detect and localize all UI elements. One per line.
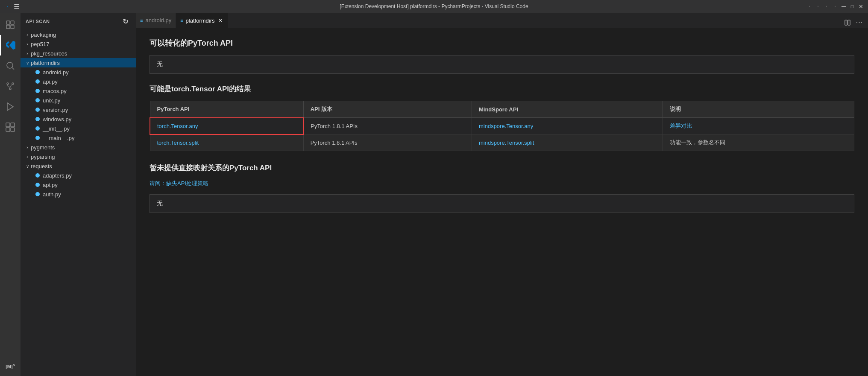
sidebar-item-macos-py[interactable]: macos.py xyxy=(21,86,136,96)
sidebar-item-platformdirs[interactable]: ∨ platformdirs xyxy=(21,58,136,67)
tab-bar: ≡ android.py ≡ platformdirs ✕ ··· xyxy=(136,13,868,28)
sidebar-item-label: pyparsing xyxy=(31,154,55,160)
activity-item-mindspore[interactable]: [M]s xyxy=(0,356,21,376)
svg-rect-20 xyxy=(11,123,15,127)
svg-point-16 xyxy=(12,83,14,85)
activity-bar: [M]s xyxy=(0,13,21,376)
sidebar-toggle-button[interactable] xyxy=(824,3,830,9)
arrow-right-icon: › xyxy=(24,42,31,47)
activity-item-extensions[interactable] xyxy=(0,117,21,137)
sidebar-item-init-py[interactable]: __init__.py xyxy=(21,124,136,133)
sidebar-item-adapters-py[interactable]: adapters.py xyxy=(21,171,136,180)
missing-api-link[interactable]: 请阅：缺失API处理策略 xyxy=(150,180,208,187)
sidebar-item-pyparsing[interactable]: › pyparsing xyxy=(21,152,136,161)
vscode-logo[interactable] xyxy=(4,3,10,9)
minimize-button[interactable]: ─ xyxy=(841,3,847,9)
th-mindspore-api: MindSpore API xyxy=(472,101,663,118)
link-torch-tensor-any[interactable]: torch.Tensor.any xyxy=(157,123,198,129)
sidebar-item-label: unix.py xyxy=(43,97,60,104)
close-button[interactable]: ✕ xyxy=(858,3,864,9)
activity-item-vscode-logo[interactable] xyxy=(0,35,21,55)
sidebar-item-android-py[interactable]: android.py xyxy=(21,67,136,77)
sidebar-item-pep517[interactable]: › pep517 xyxy=(21,39,136,49)
section3-empty-text: 无 xyxy=(157,200,163,207)
sidebar-item-requests-api-py[interactable]: api.py xyxy=(21,180,136,189)
titlebar-left: ☰ xyxy=(4,3,20,9)
sidebar-item-auth-py[interactable]: auth.py xyxy=(21,189,136,199)
svg-rect-12 xyxy=(6,25,10,29)
file-icon xyxy=(34,191,41,198)
svg-point-17 xyxy=(9,88,11,90)
sidebar-header: API SCAN ↻ xyxy=(21,13,136,30)
sidebar-item-pkg-resources[interactable]: › pkg_resources xyxy=(21,49,136,58)
tab-close-button[interactable]: ✕ xyxy=(217,17,224,24)
svg-rect-24 xyxy=(848,20,850,25)
section3-title: 暂未提供直接映射关系的PyTorch API xyxy=(150,163,854,173)
sidebar-header-actions: ↻ xyxy=(120,16,131,26)
link-torch-tensor-split[interactable]: torch.Tensor.split xyxy=(157,140,199,146)
sidebar-item-pygments[interactable]: › pygments xyxy=(21,143,136,152)
activity-item-run[interactable] xyxy=(0,96,21,117)
main-layout: [M]s API SCAN ↻ › packaging › pep517 › xyxy=(0,13,868,376)
maximize-button[interactable]: □ xyxy=(849,3,855,9)
svg-rect-23 xyxy=(845,20,847,25)
link-mindspore-tensor-split[interactable]: mindspore.Tensor.split xyxy=(479,140,534,146)
activity-item-search[interactable] xyxy=(0,55,21,76)
sidebar-item-label: auth.py xyxy=(43,191,61,198)
section1-empty-box: 无 xyxy=(150,55,854,74)
file-icon xyxy=(34,116,41,122)
window-controls: ─ □ ✕ xyxy=(806,3,864,9)
menu-button[interactable]: ☰ xyxy=(14,3,20,9)
sidebar-item-label: packaging xyxy=(31,32,56,38)
sidebar-item-label: pygments xyxy=(31,144,55,151)
sidebar: API SCAN ↻ › packaging › pep517 › pkg_re… xyxy=(21,13,136,376)
sidebar-item-label: __main__.py xyxy=(43,135,74,141)
svg-rect-22 xyxy=(11,128,15,131)
tab-platformdirs[interactable]: ≡ platformdirs ✕ xyxy=(176,13,229,28)
section1-title: 可以转化的PyTorch API xyxy=(150,38,854,48)
sidebar-item-label: api.py xyxy=(43,79,58,85)
sidebar-item-windows-py[interactable]: windows.py xyxy=(21,114,136,124)
link-mindspore-tensor-any[interactable]: mindspore.Tensor.any xyxy=(479,123,533,129)
table-cell-mindspore-api-1: mindspore.Tensor.any xyxy=(472,118,663,134)
th-description: 说明 xyxy=(663,101,854,118)
split-editor-button[interactable] xyxy=(842,17,853,28)
arrow-down-icon: ∨ xyxy=(24,61,31,65)
tab-file-icon: ≡ xyxy=(180,18,183,23)
arrow-right-icon: › xyxy=(24,154,31,159)
sidebar-item-main-py[interactable]: __main__.py xyxy=(21,133,136,143)
th-pytorch-api: PyTorch API xyxy=(150,101,303,118)
editor-area: ≡ android.py ≡ platformdirs ✕ ··· xyxy=(136,13,868,376)
sidebar-item-label: platformdirs xyxy=(31,60,60,66)
sidebar-item-api-py[interactable]: api.py xyxy=(21,77,136,86)
refresh-button[interactable]: ↻ xyxy=(120,16,131,26)
svg-rect-5 xyxy=(827,6,827,7)
sidebar-item-label: pkg_resources xyxy=(31,50,67,57)
table-header-row: PyTorch API API 版本 MindSpore API 说明 xyxy=(150,101,854,118)
sidebar-item-requests[interactable]: ∨ requests xyxy=(21,161,136,171)
tab-bar-actions: ··· xyxy=(842,17,868,28)
table-cell-pytorch-api-2: torch.Tensor.split xyxy=(150,134,303,151)
sidebar-item-version-py[interactable]: version.py xyxy=(21,105,136,114)
more-actions-button[interactable]: ··· xyxy=(854,17,865,28)
sidebar-item-unix-py[interactable]: unix.py xyxy=(21,96,136,105)
link-diff-compare-1[interactable]: 差异对比 xyxy=(670,122,692,129)
tab-label: android.py xyxy=(145,17,171,23)
svg-rect-7 xyxy=(835,6,836,6)
section1-empty-text: 无 xyxy=(157,61,163,67)
titlebar: ☰ [Extension Development Host] platformd… xyxy=(0,0,868,13)
tab-android[interactable]: ≡ android.py xyxy=(136,13,176,28)
table-cell-pytorch-api-1: torch.Tensor.any xyxy=(150,118,303,134)
svg-rect-9 xyxy=(835,6,836,7)
table-cell-description-1: 差异对比 xyxy=(663,118,854,134)
sidebar-item-packaging[interactable]: › packaging xyxy=(21,30,136,39)
table-cell-api-version-2: PyTorch 1.8.1 APIs xyxy=(303,134,472,151)
activity-item-source-control[interactable] xyxy=(0,76,21,96)
file-icon xyxy=(34,97,41,104)
activity-item-explorer[interactable] xyxy=(0,15,21,35)
layout-customize-button[interactable] xyxy=(832,3,838,9)
panel-toggle-button[interactable] xyxy=(815,3,821,9)
sidebar-item-label: macos.py xyxy=(43,88,67,94)
layout-toggle-button[interactable] xyxy=(806,3,812,9)
file-icon xyxy=(34,134,41,141)
